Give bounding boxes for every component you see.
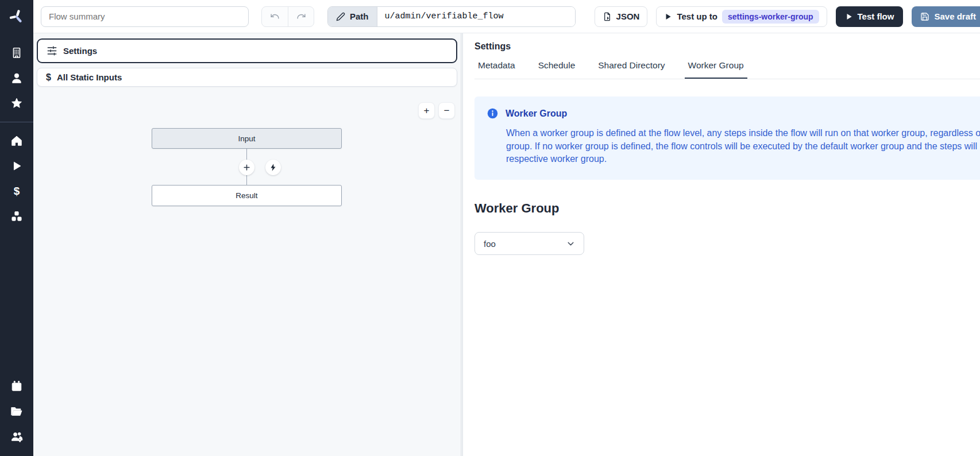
- save-draft-button[interactable]: Save draft: [912, 6, 980, 27]
- undo-icon: [270, 11, 280, 21]
- sidebar-item-workspace[interactable]: [0, 40, 33, 65]
- json-button-label: JSON: [616, 11, 640, 21]
- test-up-to-target-badge: settings-worker-group: [722, 10, 819, 24]
- tab-shared-directory[interactable]: Shared Directory: [595, 60, 668, 79]
- building-icon: [10, 47, 23, 59]
- path-input[interactable]: [377, 7, 575, 26]
- flow-settings-item[interactable]: Settings: [37, 38, 457, 63]
- test-up-to-button[interactable]: Test up to settings-worker-group: [656, 6, 827, 27]
- info-icon: [487, 107, 499, 119]
- user-icon: [10, 72, 23, 84]
- zoom-out-button[interactable]: −: [438, 102, 455, 119]
- undo-redo-group: [261, 6, 314, 27]
- left-sidebar: $: [0, 0, 33, 456]
- main-column: Path JSON Test up to: [33, 0, 980, 456]
- sidebar-item-variables[interactable]: $: [0, 179, 33, 204]
- lightning-icon: [269, 163, 277, 172]
- result-node[interactable]: Result: [152, 185, 342, 206]
- boxes-icon: [10, 210, 23, 223]
- windmill-logo[interactable]: [0, 0, 33, 33]
- canvas-zoom-controls: + −: [418, 102, 455, 119]
- worker-group-heading: Worker Group: [474, 201, 980, 216]
- workspace: Settings $ All Static Inputs + − Input: [33, 33, 980, 456]
- settings-panel: Settings Metadata Schedule Shared Direct…: [463, 33, 980, 456]
- dollar-icon: $: [14, 185, 20, 198]
- undo-button[interactable]: [262, 7, 288, 26]
- tab-metadata[interactable]: Metadata: [474, 60, 519, 79]
- path-edit-button[interactable]: Path: [328, 7, 377, 26]
- topbar: Path JSON Test up to: [33, 0, 980, 33]
- add-trigger-button[interactable]: [265, 160, 281, 175]
- folder-open-icon: [10, 405, 23, 418]
- zoom-in-button[interactable]: +: [418, 102, 435, 119]
- sidebar-item-folders[interactable]: [0, 399, 33, 424]
- save-icon: [920, 12, 929, 21]
- save-draft-label: Save draft: [934, 11, 976, 21]
- sidebar-item-schedules[interactable]: [0, 373, 33, 399]
- file-json-icon: [603, 12, 612, 21]
- sidebar-item-runs[interactable]: [0, 153, 33, 179]
- app-root: $: [0, 0, 980, 456]
- play-filled-icon: [845, 13, 853, 21]
- test-flow-label: Test flow: [858, 11, 894, 21]
- path-label: Path: [350, 11, 369, 21]
- worker-group-select[interactable]: foo: [474, 232, 584, 255]
- redo-button[interactable]: [288, 7, 314, 26]
- windmill-logo-icon: [8, 8, 25, 25]
- sliders-icon: [47, 45, 57, 56]
- tab-schedule[interactable]: Schedule: [535, 60, 579, 79]
- info-callout-body: When a worker group is defined at the fl…: [506, 127, 980, 166]
- sidebar-item-workers[interactable]: [0, 424, 33, 449]
- plus-icon: [242, 163, 251, 172]
- redo-icon: [296, 11, 306, 21]
- input-node[interactable]: Input: [152, 128, 342, 149]
- add-step-button[interactable]: [239, 160, 254, 175]
- sidebar-divider: [0, 122, 33, 122]
- sidebar-item-favorites[interactable]: [0, 91, 33, 116]
- flow-settings-label: Settings: [63, 46, 97, 56]
- settings-panel-title: Settings: [474, 41, 980, 52]
- test-up-to-label: Test up to: [677, 11, 717, 21]
- sidebar-item-home[interactable]: [0, 128, 33, 153]
- worker-group-info-callout: Worker Group When a worker group is defi…: [474, 96, 980, 180]
- calendar-icon: [10, 380, 23, 392]
- info-callout-title: Worker Group: [506, 109, 567, 119]
- play-icon: [10, 160, 23, 172]
- sidebar-item-user[interactable]: [0, 65, 33, 91]
- all-static-inputs-item[interactable]: $ All Static Inputs: [37, 68, 457, 87]
- user-group-gear-icon: [10, 430, 24, 443]
- all-static-inputs-label: All Static Inputs: [57, 72, 122, 82]
- star-icon: [10, 97, 23, 110]
- dollar-small-icon: $: [46, 72, 51, 83]
- json-button[interactable]: JSON: [595, 6, 648, 27]
- worker-group-select-value: foo: [484, 239, 496, 249]
- play-outline-icon: [664, 13, 672, 21]
- flow-summary-input[interactable]: [41, 6, 249, 27]
- sidebar-icon-list: $: [0, 33, 33, 456]
- path-group: Path: [327, 6, 576, 27]
- pencil-icon: [336, 12, 345, 21]
- home-icon: [10, 134, 23, 147]
- settings-tabs: Metadata Schedule Shared Directory Worke…: [474, 60, 980, 79]
- info-callout-header: Worker Group: [487, 107, 980, 119]
- sidebar-item-resources[interactable]: [0, 204, 33, 229]
- topbar-actions: JSON Test up to settings-worker-group Te…: [595, 6, 980, 27]
- flow-canvas[interactable]: Settings $ All Static Inputs + − Input: [33, 33, 461, 456]
- tab-worker-group[interactable]: Worker Group: [685, 60, 747, 79]
- chevron-down-icon: [566, 239, 576, 249]
- test-flow-button[interactable]: Test flow: [836, 6, 904, 27]
